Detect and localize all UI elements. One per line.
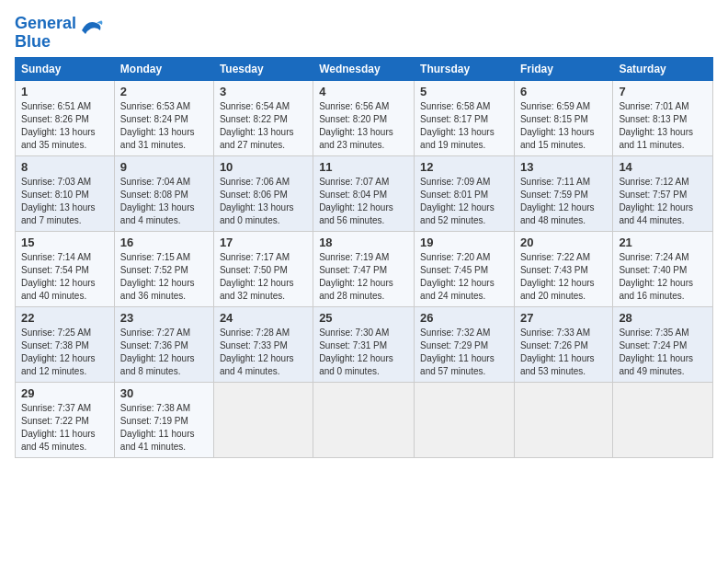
calendar-cell xyxy=(313,382,415,457)
day-detail: Sunrise: 7:33 AMSunset: 7:26 PMDaylight:… xyxy=(520,327,607,378)
logo: GeneralBlue xyxy=(15,15,104,52)
calendar-cell: 30 Sunrise: 7:38 AMSunset: 7:19 PMDaylig… xyxy=(114,382,213,457)
calendar-cell: 9 Sunrise: 7:04 AMSunset: 8:08 PMDayligh… xyxy=(114,155,213,231)
day-detail: Sunrise: 7:28 AMSunset: 7:33 PMDaylight:… xyxy=(220,327,307,378)
day-number: 15 xyxy=(21,236,108,249)
day-number: 30 xyxy=(120,386,208,400)
day-detail: Sunrise: 7:37 AMSunset: 7:22 PMDaylight:… xyxy=(21,402,108,454)
calendar-cell: 3 Sunrise: 6:54 AMSunset: 8:22 PMDayligh… xyxy=(213,80,313,155)
day-detail: Sunrise: 6:54 AMSunset: 8:22 PMDaylight:… xyxy=(220,100,307,152)
calendar-cell: 14 Sunrise: 7:12 AMSunset: 7:57 PMDaylig… xyxy=(613,155,713,231)
calendar-cell: 19 Sunrise: 7:20 AMSunset: 7:45 PMDaylig… xyxy=(415,231,515,306)
weekday-header-tuesday: Tuesday xyxy=(213,57,313,80)
day-detail: Sunrise: 7:35 AMSunset: 7:24 PMDaylight:… xyxy=(619,327,707,378)
day-number: 29 xyxy=(21,386,108,400)
calendar-cell xyxy=(213,382,313,457)
calendar-cell xyxy=(613,382,713,457)
calendar-cell: 6 Sunrise: 6:59 AMSunset: 8:15 PMDayligh… xyxy=(514,80,612,155)
calendar-cell: 2 Sunrise: 6:53 AMSunset: 8:24 PMDayligh… xyxy=(114,80,213,155)
day-number: 23 xyxy=(120,311,208,325)
calendar-cell: 8 Sunrise: 7:03 AMSunset: 8:10 PMDayligh… xyxy=(16,155,115,231)
day-detail: Sunrise: 6:53 AMSunset: 8:24 PMDaylight:… xyxy=(120,100,208,152)
day-number: 17 xyxy=(220,236,307,249)
day-detail: Sunrise: 7:30 AMSunset: 7:31 PMDaylight:… xyxy=(319,327,408,378)
calendar-table: SundayMondayTuesdayWednesdayThursdayFrid… xyxy=(15,57,713,458)
logo-text: GeneralBlue xyxy=(15,15,76,52)
day-detail: Sunrise: 6:56 AMSunset: 8:20 PMDaylight:… xyxy=(319,100,408,152)
weekday-header-monday: Monday xyxy=(114,57,213,80)
day-number: 8 xyxy=(21,160,108,174)
day-detail: Sunrise: 6:51 AMSunset: 8:26 PMDaylight:… xyxy=(21,100,108,152)
page-header: GeneralBlue xyxy=(15,15,713,52)
weekday-header-thursday: Thursday xyxy=(415,57,515,80)
calendar-cell: 28 Sunrise: 7:35 AMSunset: 7:24 PMDaylig… xyxy=(613,306,713,382)
calendar-cell: 25 Sunrise: 7:30 AMSunset: 7:31 PMDaylig… xyxy=(313,306,415,382)
day-detail: Sunrise: 7:14 AMSunset: 7:54 PMDaylight:… xyxy=(21,251,108,303)
day-number: 10 xyxy=(220,160,307,174)
calendar-cell xyxy=(514,382,612,457)
day-detail: Sunrise: 6:58 AMSunset: 8:17 PMDaylight:… xyxy=(420,100,508,152)
day-number: 16 xyxy=(120,236,208,249)
day-detail: Sunrise: 7:24 AMSunset: 7:40 PMDaylight:… xyxy=(619,251,707,303)
calendar-cell: 5 Sunrise: 6:58 AMSunset: 8:17 PMDayligh… xyxy=(415,80,515,155)
day-detail: Sunrise: 7:15 AMSunset: 7:52 PMDaylight:… xyxy=(120,251,208,303)
weekday-header-friday: Friday xyxy=(514,57,612,80)
calendar-cell: 20 Sunrise: 7:22 AMSunset: 7:43 PMDaylig… xyxy=(514,231,612,306)
day-number: 11 xyxy=(319,160,408,174)
day-detail: Sunrise: 7:20 AMSunset: 7:45 PMDaylight:… xyxy=(420,251,508,303)
day-number: 6 xyxy=(520,85,607,98)
day-detail: Sunrise: 7:04 AMSunset: 8:08 PMDaylight:… xyxy=(120,176,208,227)
calendar-week-row: 1 Sunrise: 6:51 AMSunset: 8:26 PMDayligh… xyxy=(16,80,713,155)
calendar-week-row: 8 Sunrise: 7:03 AMSunset: 8:10 PMDayligh… xyxy=(16,155,713,231)
day-detail: Sunrise: 7:12 AMSunset: 7:57 PMDaylight:… xyxy=(619,176,707,227)
calendar-cell: 18 Sunrise: 7:19 AMSunset: 7:47 PMDaylig… xyxy=(313,231,415,306)
day-number: 12 xyxy=(420,160,508,174)
day-number: 13 xyxy=(520,160,607,174)
calendar-cell: 4 Sunrise: 6:56 AMSunset: 8:20 PMDayligh… xyxy=(313,80,415,155)
day-detail: Sunrise: 7:27 AMSunset: 7:36 PMDaylight:… xyxy=(120,327,208,378)
day-detail: Sunrise: 7:32 AMSunset: 7:29 PMDaylight:… xyxy=(420,327,508,378)
day-number: 27 xyxy=(520,311,607,325)
calendar-cell: 13 Sunrise: 7:11 AMSunset: 7:59 PMDaylig… xyxy=(514,155,612,231)
day-detail: Sunrise: 7:17 AMSunset: 7:50 PMDaylight:… xyxy=(220,251,307,303)
day-number: 18 xyxy=(319,236,408,249)
day-number: 14 xyxy=(619,160,707,174)
day-detail: Sunrise: 7:09 AMSunset: 8:01 PMDaylight:… xyxy=(420,176,508,227)
day-number: 28 xyxy=(619,311,707,325)
calendar-cell: 16 Sunrise: 7:15 AMSunset: 7:52 PMDaylig… xyxy=(114,231,213,306)
day-detail: Sunrise: 7:03 AMSunset: 8:10 PMDaylight:… xyxy=(21,176,108,227)
day-number: 9 xyxy=(120,160,208,174)
day-detail: Sunrise: 7:07 AMSunset: 8:04 PMDaylight:… xyxy=(319,176,408,227)
calendar-cell: 10 Sunrise: 7:06 AMSunset: 8:06 PMDaylig… xyxy=(213,155,313,231)
calendar-cell xyxy=(415,382,515,457)
day-number: 20 xyxy=(520,236,607,249)
weekday-header-row: SundayMondayTuesdayWednesdayThursdayFrid… xyxy=(16,57,713,80)
calendar-cell: 17 Sunrise: 7:17 AMSunset: 7:50 PMDaylig… xyxy=(213,231,313,306)
day-detail: Sunrise: 7:01 AMSunset: 8:13 PMDaylight:… xyxy=(619,100,707,152)
weekday-header-saturday: Saturday xyxy=(613,57,713,80)
day-detail: Sunrise: 7:22 AMSunset: 7:43 PMDaylight:… xyxy=(520,251,607,303)
calendar-cell: 7 Sunrise: 7:01 AMSunset: 8:13 PMDayligh… xyxy=(613,80,713,155)
weekday-header-sunday: Sunday xyxy=(16,57,115,80)
day-number: 7 xyxy=(619,85,707,98)
calendar-week-row: 15 Sunrise: 7:14 AMSunset: 7:54 PMDaylig… xyxy=(16,231,713,306)
day-number: 1 xyxy=(21,85,108,98)
day-detail: Sunrise: 7:11 AMSunset: 7:59 PMDaylight:… xyxy=(520,176,607,227)
day-detail: Sunrise: 6:59 AMSunset: 8:15 PMDaylight:… xyxy=(520,100,607,152)
day-number: 25 xyxy=(319,311,408,325)
day-number: 19 xyxy=(420,236,508,249)
logo-bird-icon xyxy=(78,17,104,38)
day-detail: Sunrise: 7:19 AMSunset: 7:47 PMDaylight:… xyxy=(319,251,408,303)
day-detail: Sunrise: 7:25 AMSunset: 7:38 PMDaylight:… xyxy=(21,327,108,378)
calendar-cell: 21 Sunrise: 7:24 AMSunset: 7:40 PMDaylig… xyxy=(613,231,713,306)
day-number: 3 xyxy=(220,85,307,98)
day-detail: Sunrise: 7:38 AMSunset: 7:19 PMDaylight:… xyxy=(120,402,208,454)
day-number: 5 xyxy=(420,85,508,98)
calendar-week-row: 22 Sunrise: 7:25 AMSunset: 7:38 PMDaylig… xyxy=(16,306,713,382)
day-number: 21 xyxy=(619,236,707,249)
day-number: 2 xyxy=(120,85,208,98)
day-detail: Sunrise: 7:06 AMSunset: 8:06 PMDaylight:… xyxy=(220,176,307,227)
calendar-cell: 27 Sunrise: 7:33 AMSunset: 7:26 PMDaylig… xyxy=(514,306,612,382)
day-number: 4 xyxy=(319,85,408,98)
calendar-cell: 29 Sunrise: 7:37 AMSunset: 7:22 PMDaylig… xyxy=(16,382,115,457)
